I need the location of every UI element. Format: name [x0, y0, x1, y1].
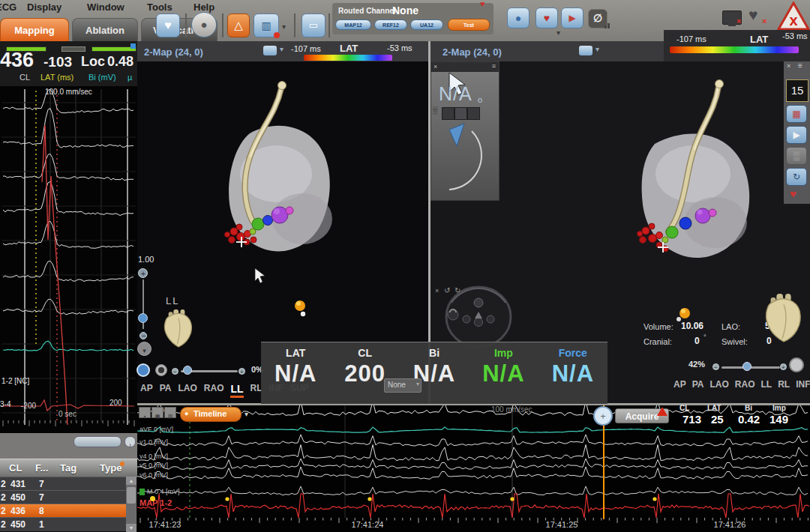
- channel-label[interactable]: v4 0 [mV]: [140, 453, 168, 460]
- chevron-down-icon[interactable]: ▾: [556, 28, 560, 37]
- compass-button[interactable]: ●: [191, 12, 217, 37]
- chevron-down-icon[interactable]: ▾: [282, 22, 286, 31]
- scroll-thumb[interactable]: [127, 487, 136, 504]
- ablation-button[interactable]: △: [227, 13, 250, 37]
- close-icon[interactable]: ×: [787, 62, 790, 70]
- map12-channel-label[interactable]: MAP 1-2: [140, 498, 172, 507]
- realtime-ecg-panel[interactable]: [137, 405, 810, 532]
- reference-dropdown[interactable]: None ▾: [384, 378, 422, 393]
- routed-channel-value[interactable]: None: [392, 4, 418, 16]
- ori-pa[interactable]: PA: [692, 379, 704, 390]
- chevron-down-icon[interactable]: ▾: [244, 410, 248, 418]
- ori-ap[interactable]: AP: [140, 383, 153, 398]
- ecg-heart-button[interactable]: ♥: [156, 13, 180, 37]
- orientation-heart-icon[interactable]: [762, 292, 806, 343]
- tab-ablation[interactable]: Ablation: [72, 18, 138, 41]
- zoom-slider-handle[interactable]: [138, 313, 148, 323]
- table-scrollbar[interactable]: ▲ ▼: [126, 477, 136, 532]
- close-icon[interactable]: ×: [435, 287, 439, 294]
- palette-swatch[interactable]: [442, 107, 454, 120]
- menu-ecg[interactable]: ECG: [0, 1, 16, 13]
- disabled-tool-button[interactable]: ▒: [786, 147, 807, 165]
- fill-slider-handle[interactable]: [742, 362, 752, 371]
- menu-tools[interactable]: Tools: [147, 1, 172, 13]
- fill-plus-button[interactable]: +: [780, 363, 787, 370]
- rotate-left-icon[interactable]: ↺: [444, 286, 450, 294]
- ori-rao[interactable]: RAO: [204, 383, 224, 398]
- scroll-right-button[interactable]: ›: [124, 436, 136, 447]
- menu-display[interactable]: Display: [27, 1, 62, 13]
- col-cl[interactable]: CL: [9, 462, 22, 474]
- ori-ll[interactable]: LL: [760, 379, 772, 390]
- fill-minus-button[interactable]: −: [712, 363, 719, 370]
- zoom-out-button[interactable]: −: [140, 332, 147, 339]
- menu-window[interactable]: Window: [87, 1, 124, 13]
- close-icon[interactable]: ×: [434, 63, 437, 70]
- routed-ua12-button[interactable]: UA12: [410, 19, 443, 30]
- channel-label[interactable]: v1 0 [mV]: [140, 438, 168, 446]
- lat-colorbar[interactable]: [670, 46, 799, 53]
- channel-label[interactable]: v5 0 [mV]: [140, 462, 168, 469]
- point-ecg-viewer[interactable]: 100.0 mm/sec 1-2 [NC] 3-4 -200 0 sec 200: [0, 86, 137, 433]
- zoom-in-button[interactable]: +: [138, 268, 148, 278]
- table-row-selected[interactable]: 2 436 8: [0, 504, 126, 518]
- ori-ap[interactable]: AP: [674, 379, 686, 390]
- map-menu-icon[interactable]: [579, 46, 592, 55]
- chevron-down-icon[interactable]: ▾: [596, 45, 599, 53]
- table-row[interactable]: 2 450 7: [0, 490, 126, 504]
- ori-ll-active[interactable]: LL: [230, 383, 243, 398]
- channel-label[interactable]: aVF 0 [mV]: [140, 426, 173, 433]
- pointer-tool-button[interactable]: ▶: [561, 7, 584, 28]
- annotation-button[interactable]: ▭: [302, 13, 326, 37]
- sphere-view-button[interactable]: [789, 357, 804, 372]
- error-triangle-icon[interactable]: x: [777, 1, 810, 31]
- channel-label[interactable]: v6 0 [mV]: [140, 471, 168, 479]
- col-tag[interactable]: Tag: [60, 462, 76, 474]
- cine-button[interactable]: ▥: [254, 13, 279, 37]
- fill-minus-button[interactable]: −: [172, 368, 178, 375]
- window-tool-button[interactable]: ▪: [139, 407, 151, 418]
- ori-lao[interactable]: LAO: [178, 383, 196, 398]
- ori-rao[interactable]: RAO: [735, 379, 755, 390]
- routed-map12-button[interactable]: MAP12: [335, 19, 371, 30]
- menu-help[interactable]: Help: [194, 1, 214, 13]
- table-row[interactable]: 2 450 1: [0, 517, 126, 531]
- palette-swatch[interactable]: [454, 107, 467, 120]
- sphere-view-button[interactable]: [136, 363, 150, 377]
- routed-ref12-button[interactable]: REF12: [374, 19, 407, 30]
- chevron-down-icon[interactable]: ▾: [280, 45, 284, 53]
- heart-tool-icon[interactable]: ♥: [790, 187, 796, 200]
- routed-test-button[interactable]: Test: [448, 19, 490, 31]
- grid-tool-button[interactable]: ▦: [786, 105, 807, 123]
- timeline-button[interactable]: ● Timeline: [180, 407, 242, 422]
- col-type[interactable]: Type: [100, 462, 122, 474]
- map-menu-icon[interactable]: [263, 46, 277, 55]
- ori-inf[interactable]: INF: [796, 379, 810, 390]
- fan-angle-widget[interactable]: [439, 121, 493, 196]
- orientation-heart-icon[interactable]: [160, 307, 197, 349]
- points-count-box[interactable]: 15: [786, 79, 808, 102]
- ori-pa[interactable]: PA: [160, 383, 172, 398]
- scroll-up-icon[interactable]: ▲: [126, 477, 136, 485]
- ori-lao[interactable]: LAO: [710, 379, 728, 390]
- window-tool-button[interactable]: ▥: [164, 407, 176, 418]
- ori-rl[interactable]: RL: [778, 379, 790, 390]
- lat-colorbar[interactable]: [304, 55, 392, 61]
- map-right-title[interactable]: 2-Map (24, 0): [442, 46, 502, 58]
- fill-slider-handle[interactable]: [183, 366, 192, 375]
- horizontal-scrollbar-thumb[interactable]: [74, 436, 122, 447]
- map-left-title[interactable]: 2-Map (24, 0): [144, 46, 203, 58]
- fill-plus-button[interactable]: +: [238, 368, 245, 375]
- tab-mapping[interactable]: Mapping: [0, 18, 69, 41]
- eclipse-view-button[interactable]: [155, 364, 167, 376]
- record-button[interactable]: ●: [507, 7, 530, 28]
- palette-swatch[interactable]: [467, 107, 480, 120]
- col-f[interactable]: F...: [35, 462, 48, 474]
- table-row[interactable]: 2 431 7: [0, 477, 126, 491]
- rotate-tool-button[interactable]: ↻: [786, 168, 807, 186]
- heart-view-button[interactable]: ♥: [536, 7, 558, 28]
- window-tool-button[interactable]: ▦: [152, 407, 164, 418]
- menu-icon[interactable]: ≡: [798, 61, 802, 70]
- eraser-tool-button[interactable]: ▶: [786, 126, 807, 144]
- collapse-button[interactable]: ▾: [137, 342, 152, 356]
